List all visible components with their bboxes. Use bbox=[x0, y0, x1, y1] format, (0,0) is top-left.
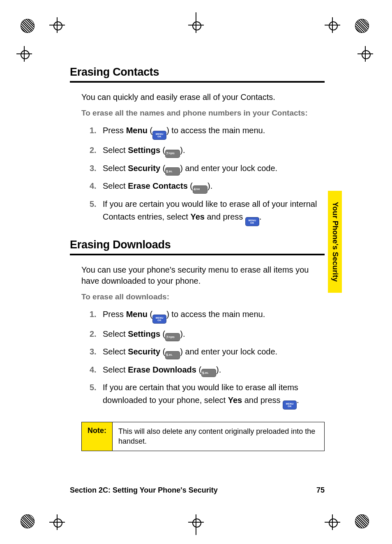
section-intro: You can quickly and easily erase all of … bbox=[81, 92, 325, 103]
step-item: 1.Press Menu (MENUOK) to access the main… bbox=[90, 124, 325, 140]
step-list: 1.Press Menu (MENUOK) to access the main… bbox=[90, 124, 325, 226]
registration-hatch-icon bbox=[355, 514, 369, 528]
registration-mark-icon bbox=[52, 20, 62, 30]
registration-mark-icon bbox=[327, 517, 338, 528]
menu-ok-key-icon: MENUOK bbox=[152, 131, 166, 140]
note-box: Note: This will also delete any content … bbox=[81, 422, 325, 451]
section-title: Erasing Contacts bbox=[70, 66, 325, 79]
registration-mark-icon bbox=[327, 20, 338, 30]
page-content: Erasing Contacts You can quickly and eas… bbox=[70, 66, 325, 451]
step-text: Select Settings (7PQRS). bbox=[103, 144, 325, 158]
menu-ok-key-icon: MENUOK bbox=[283, 400, 297, 410]
step-item: 1.Press Menu (MENUOK) to access the main… bbox=[90, 308, 325, 324]
step-number: 5. bbox=[90, 198, 103, 211]
step-text: Select Erase Contacts (4GHI). bbox=[103, 180, 325, 194]
registration-hatch-icon bbox=[355, 19, 369, 33]
step-text: Select Security (5JKL) and enter your lo… bbox=[103, 162, 325, 176]
step-item: 3.Select Security (5JKL) and enter your … bbox=[90, 162, 325, 176]
step-number: 3. bbox=[90, 162, 103, 175]
footer-page-number: 75 bbox=[316, 486, 325, 495]
step-number: 1. bbox=[90, 124, 103, 137]
step-number: 4. bbox=[90, 180, 103, 192]
step-item: 2.Select Settings (7PQRS). bbox=[90, 144, 325, 158]
registration-hatch-icon bbox=[21, 514, 35, 528]
keypad-5-key-icon: 5JKL bbox=[165, 167, 180, 176]
keypad-5-key-icon: 5JKL bbox=[201, 369, 216, 377]
step-number: 4. bbox=[90, 363, 103, 376]
step-item: 3.Select Security (5JKL) and enter your … bbox=[90, 345, 325, 359]
step-item: 4.Select Erase Downloads (5JKL). bbox=[90, 363, 325, 377]
step-number: 1. bbox=[90, 308, 103, 321]
step-text: Select Erase Downloads (5JKL). bbox=[103, 363, 325, 377]
crop-mark-icon bbox=[196, 516, 196, 535]
side-tab: Your Phone's Security bbox=[328, 191, 342, 293]
step-number: 2. bbox=[90, 328, 103, 340]
step-text: Press Menu (MENUOK) to access the main m… bbox=[103, 124, 325, 140]
step-text: If you are certain you would like to era… bbox=[103, 198, 325, 226]
registration-hatch-icon bbox=[21, 19, 35, 33]
section-subhead: To erase all downloads: bbox=[81, 292, 325, 301]
step-item: 5.If you are certain that you would like… bbox=[90, 381, 325, 410]
section-title: Erasing Downloads bbox=[70, 238, 325, 251]
keypad-7-key-icon: 7PQRS bbox=[165, 150, 180, 158]
step-list: 1.Press Menu (MENUOK) to access the main… bbox=[90, 308, 325, 410]
side-tab-label: Your Phone's Security bbox=[331, 202, 339, 282]
step-number: 5. bbox=[90, 381, 103, 394]
registration-mark-icon bbox=[52, 517, 62, 528]
keypad-5-key-icon: 5JKL bbox=[165, 351, 180, 359]
step-item: 4.Select Erase Contacts (4GHI). bbox=[90, 180, 325, 194]
step-item: 5.If you are certain you would like to e… bbox=[90, 198, 325, 226]
menu-ok-key-icon: MENUOK bbox=[152, 315, 166, 324]
note-label: Note: bbox=[82, 422, 113, 451]
footer-section: Section 2C: Setting Your Phone's Securit… bbox=[70, 486, 218, 495]
page-footer: Section 2C: Setting Your Phone's Securit… bbox=[70, 486, 325, 495]
crop-mark-icon bbox=[196, 12, 196, 31]
section-rule bbox=[70, 254, 325, 255]
step-text: Select Settings (7PQRS). bbox=[103, 328, 325, 342]
step-number: 3. bbox=[90, 345, 103, 358]
section-intro: You can use your phone's security menu t… bbox=[81, 264, 325, 287]
step-text: If you are certain that you would like t… bbox=[103, 381, 325, 410]
menu-ok-key-icon: MENUOK bbox=[245, 217, 259, 226]
step-item: 2.Select Settings (7PQRS). bbox=[90, 328, 325, 342]
section-subhead: To erase all the names and phone numbers… bbox=[81, 109, 325, 118]
note-text: This will also delete any content origin… bbox=[113, 422, 324, 451]
registration-mark-icon bbox=[19, 49, 30, 59]
keypad-7-key-icon: 7PQRS bbox=[165, 333, 180, 341]
step-text: Select Security (5JKL) and enter your lo… bbox=[103, 345, 325, 359]
keypad-4-key-icon: 4GHI bbox=[193, 185, 208, 194]
section-rule bbox=[70, 81, 325, 83]
registration-mark-icon bbox=[360, 49, 371, 59]
step-text: Press Menu (MENUOK) to access the main m… bbox=[103, 308, 325, 324]
step-number: 2. bbox=[90, 144, 103, 157]
